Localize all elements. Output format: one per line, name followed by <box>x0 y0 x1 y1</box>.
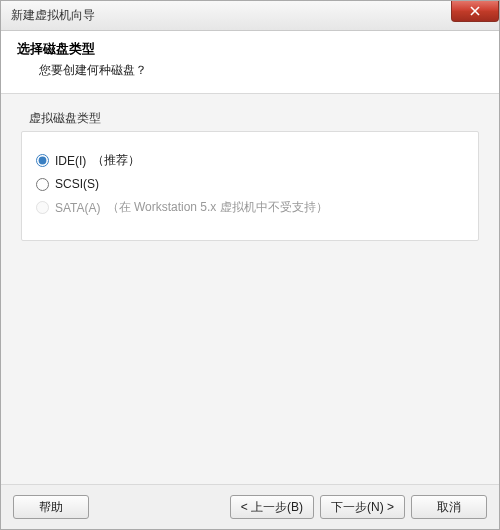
disk-type-group: IDE(I) （推荐） SCSI(S) SATA(A) （在 Workstati… <box>21 131 479 241</box>
next-button[interactable]: 下一步(N) > <box>320 495 405 519</box>
radio-ide[interactable] <box>36 154 49 167</box>
cancel-button[interactable]: 取消 <box>411 495 487 519</box>
wizard-header: 选择磁盘类型 您要创建何种磁盘？ <box>1 31 499 94</box>
close-button[interactable] <box>451 0 499 22</box>
radio-ide-note: （推荐） <box>92 152 140 169</box>
window-title: 新建虚拟机向导 <box>11 7 95 24</box>
radio-scsi-label: SCSI(S) <box>55 177 99 191</box>
back-button[interactable]: < 上一步(B) <box>230 495 314 519</box>
page-subtitle: 您要创建何种磁盘？ <box>39 62 483 79</box>
radio-option-sata: SATA(A) （在 Workstation 5.x 虚拟机中不受支持） <box>36 199 464 216</box>
radio-option-ide[interactable]: IDE(I) （推荐） <box>36 152 464 169</box>
radio-sata-note: （在 Workstation 5.x 虚拟机中不受支持） <box>107 199 328 216</box>
radio-sata-label: SATA(A) <box>55 201 101 215</box>
radio-option-scsi[interactable]: SCSI(S) <box>36 177 464 191</box>
titlebar: 新建虚拟机向导 <box>1 1 499 31</box>
radio-ide-label: IDE(I) <box>55 154 86 168</box>
wizard-footer: 帮助 < 上一步(B) 下一步(N) > 取消 <box>1 484 499 529</box>
radio-scsi[interactable] <box>36 178 49 191</box>
close-icon <box>470 6 480 16</box>
page-title: 选择磁盘类型 <box>17 41 483 58</box>
radio-sata <box>36 201 49 214</box>
help-button[interactable]: 帮助 <box>13 495 89 519</box>
group-legend: 虚拟磁盘类型 <box>25 110 483 127</box>
wizard-content: 虚拟磁盘类型 IDE(I) （推荐） SCSI(S) SATA(A) （在 Wo… <box>1 94 499 484</box>
